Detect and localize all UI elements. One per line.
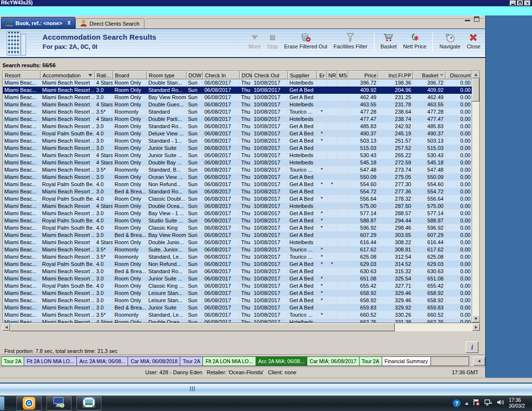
basket-button[interactable]: Basket — [381, 32, 397, 49]
mdi-restore-icon[interactable] — [474, 16, 479, 22]
taskbar-image-viewer-button[interactable] — [76, 396, 101, 411]
result-row[interactable]: Miami Beac...Miami Beach Resort ...3.0Ro… — [3, 145, 472, 152]
grid-cell — [327, 275, 337, 282]
taskbar-remote-desktop-button[interactable] — [46, 396, 72, 411]
vertical-scroll-thumb[interactable] — [472, 78, 479, 102]
result-row[interactable]: Miami Beac...Miami Beach Resort ...3.0Ro… — [3, 87, 472, 94]
taskbar-g-app-button[interactable]: G — [16, 396, 42, 411]
itinerary-tab[interactable]: Tour 2A — [359, 356, 382, 366]
column-header-supplier[interactable]: Supplier — [288, 71, 317, 79]
result-row[interactable]: Miami Beac...Royal Palm South Be...4.0Ro… — [3, 130, 472, 137]
horizontal-scroll-thumb[interactable] — [10, 323, 395, 331]
tab-booking[interactable]: Book, ref.: <none> X — [1, 17, 75, 29]
help-icon[interactable]: ? — [453, 399, 460, 407]
tab-direct-clients-search[interactable]: Direct Clients Search — [75, 18, 144, 29]
grid-cell — [337, 181, 348, 188]
result-row[interactable]: Miami Beac...Miami Beach Resort ...3.5*R… — [3, 246, 472, 253]
grid-cell: Sun — [187, 108, 203, 116]
maximize-button[interactable] — [517, 0, 523, 6]
result-row[interactable]: Miami Beac...Miami Beach Resort ...3.0Be… — [3, 268, 472, 275]
result-row[interactable]: Miami Beac...Miami Beach Resort4 StarsRo… — [3, 116, 472, 123]
facilities-filter-button[interactable]: Facilities Filter — [333, 32, 367, 49]
nett-price-button[interactable]: Nett Price — [403, 32, 426, 49]
result-row[interactable]: Miami Beac...Royal Palm South Be...4.0Ro… — [3, 224, 472, 232]
result-row[interactable]: Miami Beac...Miami Beach Resort4 StarsRo… — [3, 79, 472, 87]
column-header-discount[interactable]: Discount — [446, 71, 472, 79]
result-row[interactable]: Miami Beac...Miami Beach Resort4 StarsRo… — [3, 159, 472, 166]
result-row[interactable]: Miami Beac...Royal Palm South Be...4.0Ro… — [3, 261, 472, 268]
result-row[interactable]: Miami Beac...Royal Palm South Be...4.0Ro… — [3, 217, 472, 224]
column-header-ms[interactable]: MS — [337, 71, 348, 79]
result-row[interactable]: Miami Beac...Miami Beach Resort ...3.0Ro… — [3, 137, 472, 145]
itinerary-tab[interactable]: Flt 2A LON MIA LO... — [203, 356, 256, 366]
column-header-price[interactable]: Price — [348, 71, 378, 79]
close-window-button[interactable]: x — [524, 0, 531, 6]
result-row[interactable]: Miami Beac...Miami Beach Resort4 StarsRo… — [3, 319, 472, 323]
result-row[interactable]: Miami Beac...Miami Beach Resort ...3.0Ro… — [3, 290, 472, 297]
close-results-button[interactable]: Close — [467, 32, 480, 49]
horizontal-scroll-track[interactable] — [395, 323, 472, 331]
column-header-check-out[interactable]: Check Out — [252, 71, 288, 79]
itinerary-tab[interactable]: Tour 2A — [1, 356, 24, 366]
column-header-check-in[interactable]: Check In — [203, 71, 240, 79]
itinerary-tab[interactable]: Acc 2A MIA; 06/08... — [77, 356, 128, 366]
result-row[interactable]: Miami Beac...Miami Beach Resort4 StarsRo… — [3, 101, 472, 108]
column-header-er[interactable]: Er — [317, 71, 327, 79]
scroll-left-button[interactable] — [2, 323, 10, 331]
column-header-resort[interactable]: Resort — [3, 71, 41, 79]
horizontal-scrollbar[interactable] — [2, 323, 480, 331]
result-row[interactable]: Miami Beac...Miami Beach Resort4 StarsRo… — [3, 203, 472, 210]
result-row[interactable]: Miami Beac...Miami Beach Resort ...3.0Ro… — [3, 275, 472, 282]
erase-filtered-out-button[interactable]: Erase Filtered Out — [284, 32, 327, 49]
navigate-button[interactable]: Navigate — [439, 32, 460, 49]
result-row[interactable]: Miami Beac...Miami Beach Resort ...3.0Be… — [3, 304, 472, 311]
volume-icon[interactable] — [497, 399, 504, 408]
itinerary-tab[interactable]: Flt 2A LON MIA LO... — [24, 356, 77, 366]
filter-funnel-icon[interactable] — [88, 74, 92, 77]
result-row[interactable]: Miami Beac...Royal Palm South Be...4.0Ro… — [3, 181, 472, 188]
scroll-up-button[interactable] — [472, 71, 480, 78]
result-row[interactable]: Miami Beac...Miami Beach Resort ...3.0Ro… — [3, 94, 472, 101]
column-header-incl-fl-pp[interactable]: Incl.Fl.PP — [378, 71, 413, 79]
result-row[interactable]: Miami Beac...Miami Beach Resort ...3.0Ro… — [3, 297, 472, 304]
result-row[interactable]: Miami Beac...Miami Beach Resort ...3.5*R… — [3, 166, 472, 174]
result-row[interactable]: Miami Beac...Miami Beach Resort ...3.0Ro… — [3, 123, 472, 130]
result-row[interactable]: Miami Beac...Miami Beach Resort4 StarsRo… — [3, 152, 472, 159]
itinerary-tab[interactable]: Car MIA; 06/08/2017 — [307, 356, 359, 366]
minimize-button[interactable] — [510, 0, 516, 6]
result-row[interactable]: Miami Beac...Miami Beach Resort ...3.5*R… — [3, 108, 472, 116]
result-row[interactable]: Miami Beac...Miami Beach Resort ...3.0Be… — [3, 232, 472, 239]
column-header-dow[interactable]: DOW — [240, 71, 252, 79]
action-center-flag-icon[interactable] — [473, 398, 480, 408]
itinerary-tab[interactable]: Car MIA; 06/08/2018 — [128, 356, 180, 366]
result-row[interactable]: Miami Beac...Miami Beach Resort ...3.0Ro… — [3, 210, 472, 217]
result-row[interactable]: Miami Beac...Miami Beach Resort ...3.0Be… — [3, 188, 472, 195]
itinerary-tab[interactable]: Financial Summary — [382, 356, 431, 366]
result-row[interactable]: Miami Beac...Royal Palm South Be...4.0Ro… — [3, 195, 472, 203]
column-header-accommodation[interactable]: Accommodation — [41, 71, 95, 79]
tab-close-icon[interactable]: X — [68, 20, 71, 26]
vertical-scrollbar[interactable] — [472, 71, 479, 323]
result-row[interactable]: Miami Beac...Miami Beach Resort ...3.5*R… — [3, 311, 472, 319]
column-header-room-type[interactable]: Room type — [147, 71, 187, 79]
network-icon[interactable] — [484, 399, 492, 408]
show-hidden-icons-icon[interactable] — [465, 402, 469, 405]
column-header-dow[interactable]: DOW — [187, 71, 203, 79]
tabs-scroll-left-button[interactable] — [473, 357, 485, 366]
itinerary-tab[interactable]: Acc 2A MIA; 06/08... — [256, 356, 307, 366]
result-row[interactable]: Miami Beac...Royal Palm South Be...4.0Ro… — [3, 282, 472, 290]
scroll-down-button[interactable] — [472, 315, 480, 323]
scroll-right-button[interactable] — [472, 323, 480, 331]
mdi-minimize-icon[interactable] — [465, 17, 470, 21]
toolbar-grip-handle[interactable] — [190, 386, 195, 391]
itinerary-tab[interactable]: Tour 2A — [180, 356, 203, 366]
result-row[interactable]: Miami Beac...Miami Beach Resort4 StarsRo… — [3, 239, 472, 246]
result-row[interactable]: Miami Beac...Miami Beach Resort ...3.0Ro… — [3, 174, 472, 181]
column-header-board[interactable]: Board — [113, 71, 147, 79]
taskbar-clock[interactable]: 17:36 30/03/2 — [509, 397, 532, 410]
column-header-nr[interactable]: NR — [327, 71, 337, 79]
column-header-rati-[interactable]: Rati... — [95, 71, 113, 79]
column-header-basket[interactable]: Basket — [413, 71, 446, 79]
result-row[interactable]: Miami Beac...Miami Beach Resort ...3.5*R… — [3, 253, 472, 261]
info-button[interactable]: i — [466, 341, 478, 353]
